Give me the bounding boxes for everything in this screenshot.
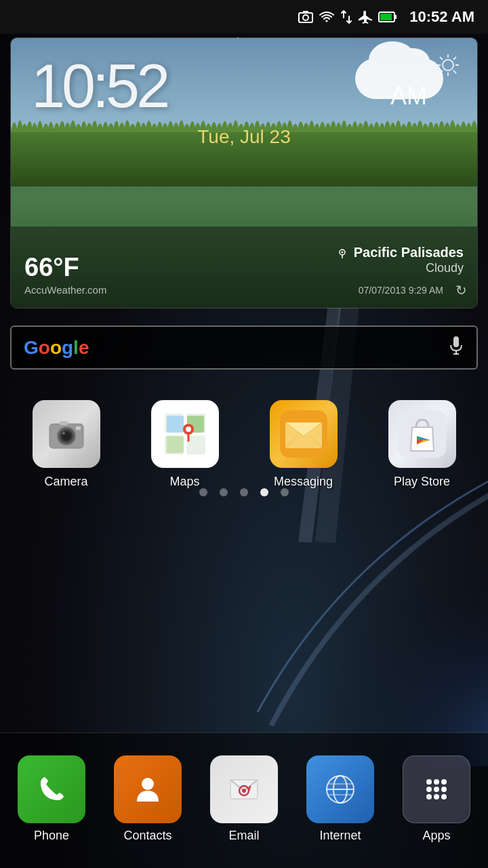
- svg-line-17: [453, 57, 456, 60]
- maps-app-label: Maps: [169, 475, 199, 489]
- svg-point-4: [303, 15, 308, 20]
- svg-point-61: [434, 794, 439, 800]
- svg-point-60: [426, 794, 432, 800]
- contacts-app[interactable]: Contacts: [114, 755, 182, 843]
- svg-point-10: [443, 60, 453, 71]
- svg-rect-5: [303, 11, 308, 14]
- svg-line-16: [453, 71, 456, 73]
- messaging-app-icon: [270, 400, 338, 468]
- page-dot-3[interactable]: [240, 488, 248, 496]
- svg-point-30: [62, 432, 65, 435]
- photo-icon: [298, 10, 313, 24]
- widget-updated: 07/07/2013 9:29 AM: [359, 285, 443, 296]
- widget-time: 10:52: [31, 52, 167, 121]
- wifi-icon: [319, 10, 335, 24]
- page-indicators: [0, 488, 488, 496]
- svg-point-55: [434, 779, 439, 785]
- google-search-bar[interactable]: Google: [10, 326, 478, 370]
- apps-drawer-label: Apps: [422, 829, 450, 843]
- page-dot-4[interactable]: [260, 488, 268, 496]
- svg-rect-8: [380, 14, 392, 20]
- maps-app[interactable]: Maps: [151, 400, 219, 489]
- camera-app[interactable]: Camera: [33, 400, 100, 489]
- voice-search-button[interactable]: [448, 336, 464, 359]
- internet-app[interactable]: Internet: [306, 755, 374, 843]
- widget-location: Pacific Palisades: [338, 245, 464, 260]
- svg-point-56: [441, 779, 447, 785]
- svg-point-58: [434, 787, 439, 792]
- svg-point-57: [426, 787, 432, 792]
- google-logo: Google: [24, 337, 89, 359]
- email-app-icon: [210, 755, 278, 823]
- messaging-app-label: Messaging: [274, 475, 333, 489]
- email-app[interactable]: Email: [210, 755, 278, 843]
- svg-rect-7: [394, 15, 396, 19]
- maps-app-icon: [151, 400, 219, 468]
- refresh-icon[interactable]: ↻: [455, 282, 467, 298]
- phone-app-label: Phone: [34, 829, 69, 843]
- status-bar: 10:52 AM: [0, 0, 488, 34]
- phone-app[interactable]: Phone: [18, 755, 85, 843]
- widget-bottom-info: 66°F: [11, 226, 477, 308]
- svg-rect-32: [76, 427, 81, 430]
- svg-point-20: [342, 251, 344, 253]
- dock: Phone Contacts Email: [0, 732, 488, 868]
- app-grid: Camera Maps: [0, 387, 488, 502]
- contacts-app-label: Contacts: [123, 829, 171, 843]
- status-icons: 10:52 AM: [298, 8, 474, 26]
- playstore-app-label: Play Store: [394, 475, 450, 489]
- widget-ampm: AM: [390, 82, 427, 111]
- widget-accuweather: AccuWeather.com: [24, 284, 106, 296]
- svg-rect-22: [453, 336, 459, 347]
- widget-date: Tue, Jul 23: [11, 126, 477, 148]
- svg-point-41: [186, 427, 191, 432]
- svg-point-45: [142, 778, 154, 790]
- svg-point-59: [441, 787, 447, 792]
- apps-drawer[interactable]: Apps: [403, 755, 470, 843]
- svg-point-54: [426, 779, 432, 785]
- svg-rect-39: [167, 416, 184, 433]
- internet-app-label: Internet: [319, 829, 361, 843]
- page-dot-2[interactable]: [220, 488, 228, 496]
- page-dot-1[interactable]: [199, 488, 207, 496]
- phone-app-icon: [18, 755, 85, 823]
- messaging-app[interactable]: Messaging: [270, 400, 338, 489]
- svg-line-15: [440, 57, 443, 60]
- data-arrows-icon: [340, 9, 352, 24]
- contacts-app-icon: [114, 755, 182, 823]
- internet-app-icon: [306, 755, 374, 823]
- airplane-icon: [358, 9, 373, 24]
- svg-line-18: [440, 71, 443, 73]
- playstore-app-icon: [388, 400, 456, 468]
- svg-point-48: [242, 789, 246, 793]
- widget-condition: Cloudy: [426, 261, 464, 275]
- email-app-label: Email: [228, 829, 259, 843]
- svg-rect-31: [60, 421, 68, 425]
- svg-rect-38: [167, 436, 184, 453]
- sun-icon: [436, 53, 460, 82]
- status-time: 10:52 AM: [409, 8, 474, 26]
- battery-icon: [378, 11, 397, 23]
- camera-app-label: Camera: [44, 475, 87, 489]
- apps-drawer-icon: [403, 755, 470, 823]
- svg-point-62: [441, 794, 447, 800]
- playstore-app[interactable]: Play Store: [388, 400, 456, 489]
- weather-widget[interactable]: 10:52 AM Tue, Jul 23 66°F Pacific Palisa…: [10, 37, 478, 309]
- camera-app-icon: [33, 400, 100, 468]
- page-dot-5[interactable]: [281, 488, 289, 496]
